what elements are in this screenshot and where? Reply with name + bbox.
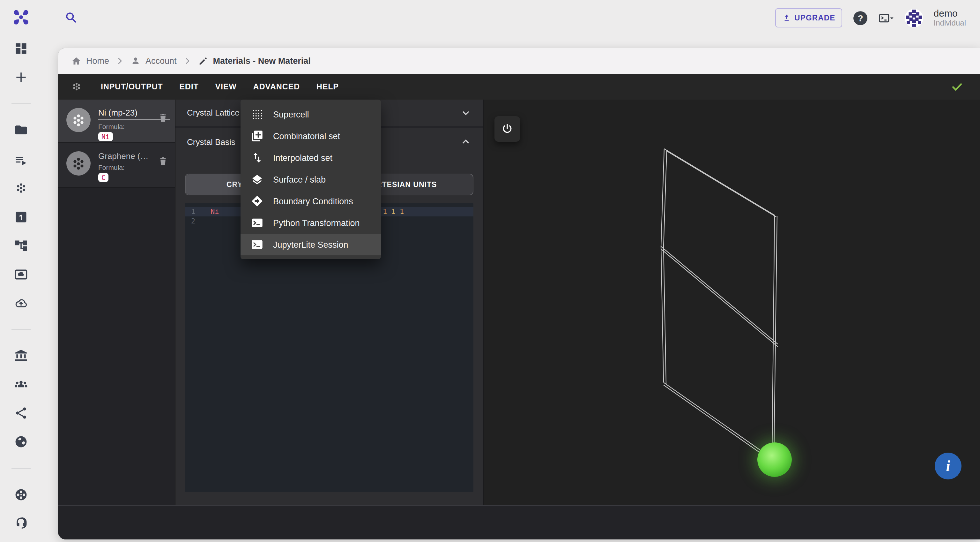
terminal-icon bbox=[251, 217, 264, 229]
sidebar-item-workflow-designer[interactable] bbox=[13, 238, 29, 253]
material-name[interactable]: Graphene (… bbox=[98, 151, 167, 161]
menu-view[interactable]: VIEW bbox=[207, 74, 245, 100]
menu-item-boundary-conditions[interactable]: Boundary Conditions bbox=[240, 190, 381, 212]
power-icon bbox=[501, 123, 514, 136]
sidebar-item-account-bank[interactable] bbox=[13, 348, 29, 363]
svg-text:?: ? bbox=[858, 13, 863, 23]
materials-list: Ni (mp-23) Formula: Ni Graphene (… Formu… bbox=[58, 100, 175, 505]
advanced-dropdown-menu: Supercell Combinatorial set Interpolated… bbox=[240, 100, 381, 259]
line-number: 1 bbox=[185, 207, 202, 217]
sidebar-item-projects[interactable] bbox=[13, 122, 29, 137]
menu-item-combinatorial-set[interactable]: Combinatorial set bbox=[240, 125, 381, 147]
sidebar-item-share[interactable] bbox=[13, 405, 29, 421]
sidebar-item-public[interactable] bbox=[13, 434, 29, 450]
card-footer bbox=[58, 505, 980, 539]
crystal-lattice-title: Crystal Lattice bbox=[187, 108, 240, 118]
library-add-icon bbox=[251, 129, 264, 142]
headset-icon bbox=[14, 516, 28, 530]
atom-dots-icon bbox=[71, 81, 82, 92]
screen-cloud-icon bbox=[14, 268, 28, 282]
dashboard-icon bbox=[14, 41, 28, 56]
breadcrumb-current: Materials - New Material bbox=[198, 56, 311, 66]
account-tree-icon bbox=[14, 239, 28, 253]
code-flags-token: 1 1 1 bbox=[383, 207, 404, 217]
material-avatar-icon bbox=[66, 108, 91, 132]
help-icon: ? bbox=[853, 10, 869, 26]
search-button[interactable] bbox=[63, 10, 78, 26]
sidebar-item-whats-new[interactable] bbox=[13, 487, 29, 502]
atom-dots-icon bbox=[14, 181, 28, 195]
layers-icon bbox=[251, 173, 264, 186]
menu-edit[interactable]: EDIT bbox=[171, 74, 207, 100]
ni-atom-sphere[interactable] bbox=[757, 442, 792, 477]
sidebar-item-jobs[interactable] bbox=[13, 267, 29, 282]
user-avatar[interactable] bbox=[905, 9, 924, 27]
boundary-diamond-icon bbox=[251, 195, 264, 207]
formula-label: Formula: bbox=[98, 123, 167, 130]
material-avatar-icon bbox=[66, 151, 91, 175]
upload-arrow-icon bbox=[782, 13, 791, 22]
console-menu-button[interactable] bbox=[879, 10, 895, 26]
formula-chip: Ni bbox=[98, 132, 113, 141]
sidebar-divider bbox=[11, 104, 30, 104]
bank-icon bbox=[14, 349, 28, 363]
editor-menubar: INPUT/OUTPUT EDIT VIEW ADVANCED HELP bbox=[58, 74, 980, 100]
trash-icon bbox=[158, 156, 169, 167]
topbar-actions: UPGRADE ? demo Individual bbox=[775, 0, 966, 36]
breadcrumb-home[interactable]: Home bbox=[71, 56, 109, 66]
crystal-basis-title: Crystal Basis bbox=[187, 137, 235, 147]
looks-one-icon bbox=[14, 210, 28, 224]
left-sidebar bbox=[0, 0, 42, 542]
sidebar-item-create[interactable] bbox=[13, 70, 29, 85]
menu-advanced[interactable]: ADVANCED bbox=[245, 74, 308, 100]
breadcrumb-account[interactable]: Account bbox=[130, 56, 177, 66]
supercell-grid-icon bbox=[251, 108, 264, 121]
structure-3d-viewer[interactable]: i bbox=[484, 100, 980, 505]
delete-material-button[interactable] bbox=[158, 112, 169, 125]
menu-item-supercell[interactable]: Supercell bbox=[240, 104, 381, 125]
pencil-icon bbox=[198, 56, 208, 66]
chevron-right-icon bbox=[183, 56, 192, 66]
menu-item-surface-slab[interactable]: Surface / slab bbox=[240, 169, 381, 190]
material-item-ni[interactable]: Ni (mp-23) Formula: Ni bbox=[58, 100, 175, 143]
viewer-power-button[interactable] bbox=[495, 116, 520, 142]
sidebar-item-cloud-upload[interactable] bbox=[13, 296, 29, 311]
menu-item-interpolated-set[interactable]: Interpolated set bbox=[240, 147, 381, 169]
user-plan: Individual bbox=[934, 19, 966, 28]
import-export-icon bbox=[251, 151, 264, 164]
mat3ra-logo-icon[interactable] bbox=[12, 8, 30, 26]
menu-item-python-transformation[interactable]: Python Transformation bbox=[240, 212, 381, 234]
delete-material-button[interactable] bbox=[158, 156, 169, 169]
sidebar-divider bbox=[11, 468, 30, 469]
viewer-info-button[interactable]: i bbox=[935, 453, 961, 480]
sidebar-item-dashboard[interactable] bbox=[13, 41, 29, 56]
menu-item-jupyterlite-session[interactable]: JupyterLite Session bbox=[240, 234, 381, 255]
sidebar-divider bbox=[11, 329, 30, 330]
menu-help[interactable]: HELP bbox=[308, 74, 347, 100]
menu-input-output[interactable]: INPUT/OUTPUT bbox=[92, 74, 171, 100]
formula-label: Formula: bbox=[98, 163, 167, 171]
user-name: demo bbox=[934, 8, 966, 19]
unit-cell-wireframe bbox=[484, 100, 980, 505]
material-item-graphene[interactable]: Graphene (… Formula: C bbox=[58, 143, 175, 188]
content-row: Ni (mp-23) Formula: Ni Graphene (… Formu… bbox=[58, 100, 980, 505]
material-designer-card: Home Account Materials - New Material IN… bbox=[58, 48, 980, 539]
help-button[interactable]: ? bbox=[853, 10, 869, 26]
upgrade-label: UPGRADE bbox=[794, 13, 835, 22]
terminal-caret-icon bbox=[879, 10, 895, 26]
user-info[interactable]: demo Individual bbox=[934, 8, 966, 28]
sidebar-item-support[interactable] bbox=[13, 515, 29, 531]
check-icon bbox=[951, 80, 963, 93]
sidebar-item-materials[interactable] bbox=[13, 181, 29, 196]
formula-chip: C bbox=[98, 173, 109, 182]
plus-icon bbox=[14, 70, 28, 84]
cloud-upload-icon bbox=[14, 296, 28, 310]
sidebar-item-team[interactable] bbox=[13, 377, 29, 392]
upgrade-button[interactable]: UPGRADE bbox=[775, 8, 842, 27]
reel-icon bbox=[14, 488, 28, 502]
search-icon bbox=[64, 10, 78, 24]
sidebar-item-workflows[interactable] bbox=[13, 153, 29, 168]
sidebar-item-entities[interactable] bbox=[13, 209, 29, 225]
playlist-play-icon bbox=[14, 153, 28, 167]
save-check-button[interactable] bbox=[951, 80, 963, 93]
